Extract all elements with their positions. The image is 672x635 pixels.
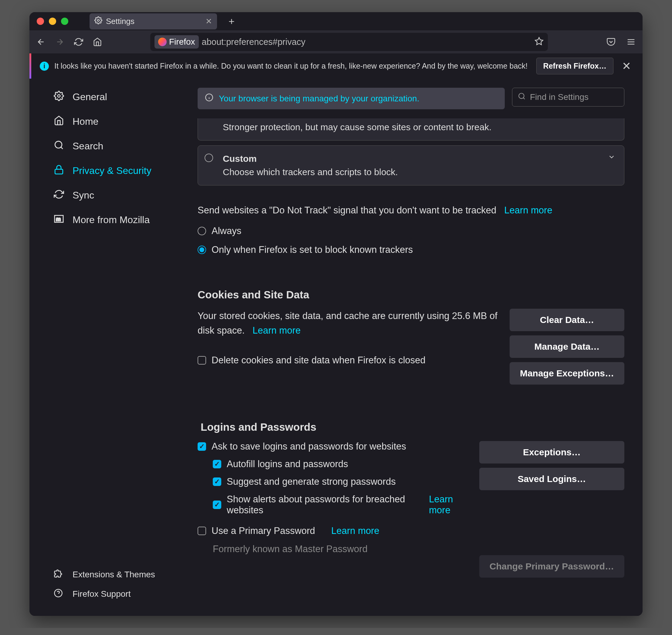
close-notification-button[interactable]: ✕: [619, 60, 634, 72]
dnt-onlywhen-row[interactable]: Only when Firefox is set to block known …: [198, 244, 624, 255]
gear-icon: [94, 16, 102, 26]
settings-search[interactable]: Find in Settings: [512, 88, 624, 107]
radio-onlywhen[interactable]: [198, 245, 206, 254]
checkbox-ask-save[interactable]: [198, 442, 206, 451]
sidebar-label: Extensions & Themes: [72, 570, 155, 579]
sidebar-item-general[interactable]: General: [29, 85, 190, 109]
dnt-always-row[interactable]: Always: [198, 225, 624, 237]
sidebar-item-privacy[interactable]: Privacy & Security: [29, 158, 190, 183]
svg-rect-3: [55, 169, 63, 174]
notification-text: It looks like you haven't started Firefo…: [54, 62, 527, 70]
checkbox-suggest[interactable]: [213, 478, 221, 486]
reload-button[interactable]: [73, 37, 84, 47]
svg-point-2: [55, 141, 62, 148]
radio-always[interactable]: [198, 227, 206, 235]
chevron-down-icon[interactable]: [608, 153, 615, 162]
checkbox-autofill[interactable]: [213, 460, 221, 468]
alerts-label: Show alerts about passwords for breached…: [227, 494, 413, 516]
clear-data-button[interactable]: Clear Data…: [510, 309, 624, 331]
minimize-window-button[interactable]: [49, 18, 56, 25]
manage-data-button[interactable]: Manage Data…: [510, 335, 624, 358]
sidebar-item-more[interactable]: m More from Mozilla: [29, 207, 190, 232]
dnt-text: Send websites a "Do Not Track" signal th…: [198, 205, 496, 216]
svg-point-8: [519, 93, 524, 98]
info-icon: i: [40, 62, 49, 71]
url-text: about:preferences#privacy: [202, 37, 306, 47]
tracking-strict-card[interactable]: Stronger protection, but may cause some …: [198, 118, 624, 140]
help-icon: [54, 589, 63, 600]
sidebar-label: Search: [72, 140, 103, 152]
ask-save-row[interactable]: Ask to save logins and passwords for web…: [198, 441, 470, 452]
cookies-learn-more-link[interactable]: Learn more: [253, 325, 301, 336]
svg-point-0: [97, 19, 100, 21]
refresh-notification: i It looks like you haven't started Fire…: [29, 53, 643, 79]
new-tab-button[interactable]: +: [229, 16, 235, 27]
firefox-icon: [158, 38, 167, 46]
logins-heading: Logins and Passwords: [201, 421, 624, 433]
tab-title: Settings: [106, 17, 134, 26]
delete-on-close-label: Delete cookies and site data when Firefo…: [212, 355, 426, 366]
suggest-row[interactable]: Suggest and generate strong passwords: [213, 476, 470, 487]
radio-custom[interactable]: [204, 154, 213, 162]
sidebar-item-search[interactable]: Search: [29, 134, 190, 158]
app-menu-icon[interactable]: [626, 37, 636, 47]
svg-point-1: [58, 94, 60, 97]
saved-logins-button[interactable]: Saved Logins…: [479, 468, 624, 490]
autofill-row[interactable]: Autofill logins and passwords: [213, 459, 470, 469]
sidebar-label: Privacy & Security: [72, 165, 151, 176]
logins-exceptions-button[interactable]: Exceptions…: [479, 441, 624, 463]
sidebar-item-sync[interactable]: Sync: [29, 183, 190, 207]
refresh-firefox-button[interactable]: Refresh Firefox…: [536, 58, 613, 74]
close-window-button[interactable]: [37, 18, 44, 25]
mozilla-icon: m: [54, 214, 64, 226]
primary-learn-more-link[interactable]: Learn more: [331, 525, 380, 537]
sidebar-item-home[interactable]: Home: [29, 109, 190, 134]
search-icon: [518, 92, 526, 102]
settings-app: General Home Search Privacy & Security S…: [29, 79, 643, 616]
puzzle-icon: [54, 569, 63, 581]
browser-window: Settings ✕ + Firefox about:preferences#p…: [29, 12, 643, 616]
tracking-custom-card[interactable]: Custom Choose which trackers and scripts…: [198, 146, 624, 185]
org-banner[interactable]: Your browser is being managed by your or…: [198, 88, 505, 109]
alerts-learn-more-link[interactable]: Learn more: [429, 494, 470, 516]
sidebar-item-support[interactable]: Firefox Support: [29, 584, 190, 604]
browser-tab[interactable]: Settings ✕: [89, 13, 217, 29]
search-placeholder: Find in Settings: [530, 92, 588, 102]
cookies-heading: Cookies and Site Data: [198, 289, 624, 301]
home-button[interactable]: [92, 37, 103, 47]
checkbox-delete-on-close[interactable]: [198, 356, 206, 365]
primary-password-row[interactable]: Use a Primary Password Learn more: [198, 525, 470, 537]
bookmark-star-icon[interactable]: [535, 37, 544, 47]
delete-on-close-row[interactable]: Delete cookies and site data when Firefo…: [198, 355, 500, 366]
content-area: Your browser is being managed by your or…: [190, 79, 643, 616]
cookies-usage-text: Your stored cookies, site data, and cach…: [198, 310, 497, 336]
formerly-text: Formerly known as Master Password: [213, 542, 470, 556]
sidebar: General Home Search Privacy & Security S…: [29, 79, 190, 616]
identity-badge[interactable]: Firefox: [154, 35, 199, 48]
alerts-row[interactable]: Show alerts about passwords for breached…: [213, 494, 470, 516]
checkbox-alerts[interactable]: [213, 501, 221, 509]
primary-password-label: Use a Primary Password: [212, 525, 315, 537]
custom-title: Custom: [223, 154, 614, 164]
manage-exceptions-button[interactable]: Manage Exceptions…: [510, 362, 624, 385]
sidebar-label: Sync: [72, 190, 94, 201]
sync-icon: [54, 189, 64, 202]
sidebar-label: Firefox Support: [72, 589, 131, 599]
back-button[interactable]: [36, 37, 46, 47]
forward-button[interactable]: [54, 37, 65, 47]
ask-save-label: Ask to save logins and passwords for web…: [212, 441, 406, 452]
close-tab-button[interactable]: ✕: [205, 17, 212, 25]
sidebar-item-extensions[interactable]: Extensions & Themes: [29, 565, 190, 584]
autofill-label: Autofill logins and passwords: [227, 459, 348, 469]
sidebar-label: More from Mozilla: [72, 214, 150, 225]
window-controls: [37, 18, 68, 25]
maximize-window-button[interactable]: [61, 18, 68, 25]
identity-label: Firefox: [169, 37, 195, 47]
dnt-learn-more-link[interactable]: Learn more: [504, 205, 552, 216]
checkbox-primary-password[interactable]: [198, 527, 206, 535]
url-bar[interactable]: Firefox about:preferences#privacy: [150, 33, 548, 51]
pocket-icon[interactable]: [606, 37, 616, 47]
change-primary-password-button[interactable]: Change Primary Password…: [479, 555, 624, 578]
custom-description: Choose which trackers and scripts to blo…: [223, 167, 614, 177]
suggest-label: Suggest and generate strong passwords: [227, 476, 396, 487]
